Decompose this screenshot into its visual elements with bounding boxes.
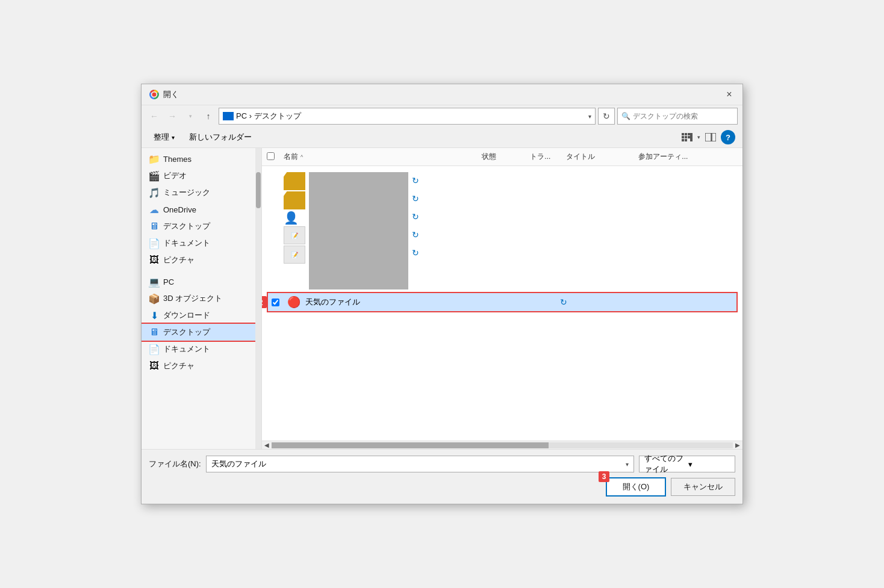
horizontal-scrollbar[interactable]: ◀ ▶ <box>262 441 742 449</box>
address-dropdown-arrow[interactable]: ▾ <box>588 113 591 120</box>
col-status-label: 状態 <box>482 152 496 161</box>
svg-rect-10 <box>690 133 693 141</box>
sidebar-item-pictures-top[interactable]: 🖼 ピクチャ <box>142 252 261 268</box>
help-button[interactable]: ? <box>721 130 735 144</box>
dropdown-button[interactable]: ▾ <box>182 108 198 124</box>
title-bar: 開く × <box>142 84 742 105</box>
svg-rect-6 <box>685 136 687 138</box>
address-bar[interactable]: PC › デスクトップ ▾ <box>219 108 596 125</box>
sidebar-item-pictures[interactable]: 🖼 ピクチャ <box>142 357 261 374</box>
sidebar-item-pictures-top-label: ピクチャ <box>163 255 195 265</box>
view-dropdown-arrow[interactable]: ▾ <box>697 134 700 140</box>
user-file-row: 👤 <box>284 211 305 225</box>
sidebar-item-video[interactable]: 🎬 ビデオ <box>142 167 261 184</box>
large-preview-thumbnail <box>309 172 408 289</box>
user-file-icon: 👤 <box>284 211 299 225</box>
file-checkbox-container[interactable] <box>268 299 282 306</box>
svg-rect-9 <box>685 139 687 141</box>
search-input[interactable] <box>633 112 733 120</box>
sync-icon-3[interactable]: ↻ <box>412 212 419 221</box>
address-breadcrumb: PC › デスクトップ <box>236 111 301 122</box>
col-title-header[interactable]: タイトル <box>564 149 636 164</box>
sidebar-item-music-label: ミュージック <box>163 187 210 198</box>
sync-icon-2[interactable]: ↻ <box>412 194 419 203</box>
sort-arrow: ^ <box>300 154 303 160</box>
video-icon: 🎬 <box>149 170 160 181</box>
sync-icon-4[interactable]: ↻ <box>412 230 419 240</box>
col-name-header[interactable]: 名前 ^ <box>281 149 479 164</box>
col-artist-label: 参加アーティ... <box>638 152 688 161</box>
new-folder-button[interactable]: 新しいフォルダー <box>184 130 257 144</box>
col-status-header[interactable]: 状態 <box>479 149 528 164</box>
sidebar-item-documents-top[interactable]: 📄 ドキュメント <box>142 235 261 252</box>
file-list: 👤 📝 📝 ↻ ↻ ↻ ↻ ↻ <box>262 166 742 441</box>
desktop-icon: 🖥 <box>149 327 160 338</box>
sidebar-item-download-label: ダウンロード <box>163 310 210 321</box>
sidebar-item-3d[interactable]: 📦 3D オブジェクト <box>142 290 261 307</box>
sidebar-item-desktop-top[interactable]: 🖥 デスクトップ <box>142 218 261 235</box>
sidebar-item-desktop-top-label: デスクトップ <box>163 221 210 232</box>
pc-icon: 💻 <box>149 276 160 287</box>
filename-input[interactable] <box>211 460 623 469</box>
scroll-left-arrow[interactable]: ◀ <box>263 442 270 448</box>
file-sync-icon: ↻ <box>560 297 567 307</box>
sidebar-item-desktop[interactable]: 🖥 デスクトップ 1 <box>142 324 261 341</box>
sidebar-item-onedrive[interactable]: ☁ OneDrive <box>142 201 261 218</box>
scroll-right-arrow[interactable]: ▶ <box>734 442 741 448</box>
sidebar-item-documents[interactable]: 📄 ドキュメント <box>142 341 261 357</box>
onedrive-icon: ☁ <box>149 204 160 215</box>
sidebar-item-pc-label: PC <box>163 277 174 286</box>
filename-input-container[interactable]: ▾ <box>206 456 634 472</box>
sidebar-item-onedrive-label: OneDrive <box>163 205 196 214</box>
svg-rect-3 <box>685 133 687 135</box>
sidebar-item-themes-label: Themes <box>163 155 191 164</box>
sync-icon-5[interactable]: ↻ <box>412 248 419 258</box>
pictures-icon: 🖼 <box>149 361 160 371</box>
selected-file-container: 2 🔴 天気のファイル ↻ <box>267 292 738 312</box>
badge-3: 3 <box>599 471 609 482</box>
file-icon: 🔴 <box>287 296 300 309</box>
sidebar-item-themes[interactable]: 📁 Themes <box>142 150 261 167</box>
sidebar-item-download[interactable]: ⬇ ダウンロード <box>142 307 261 324</box>
col-track-header[interactable]: トラ... <box>528 149 564 164</box>
svg-point-1 <box>152 93 157 97</box>
close-button[interactable]: × <box>721 88 738 101</box>
scroll-thumb[interactable] <box>272 442 549 448</box>
preview-pane-button[interactable] <box>703 129 718 145</box>
sidebar-item-documents-top-label: ドキュメント <box>163 238 210 249</box>
organize-button[interactable]: 整理 ▾ <box>149 130 179 144</box>
col-checkbox[interactable] <box>267 152 281 162</box>
action-bar: 整理 ▾ 新しいフォルダー ▾ <box>142 127 742 148</box>
forward-button[interactable]: → <box>164 108 180 124</box>
filetype-dropdown-arrow[interactable]: ▾ <box>688 460 730 469</box>
sidebar-item-video-label: ビデオ <box>163 170 187 181</box>
col-name-label: 名前 <box>284 152 298 162</box>
up-button[interactable]: ↑ <box>201 108 216 124</box>
main-content: 📁 Themes 🎬 ビデオ 🎵 ミュージック ☁ OneDrive 🖥 デスク <box>142 148 742 449</box>
sidebar-item-music[interactable]: 🎵 ミュージック <box>142 184 261 201</box>
folder-icon-1 <box>284 172 305 190</box>
sidebar-item-pc[interactable]: 💻 PC <box>142 273 261 290</box>
sync-icon-1[interactable]: ↻ <box>412 176 419 185</box>
filename-dropdown-arrow[interactable]: ▾ <box>626 461 629 468</box>
back-button[interactable]: ← <box>146 108 162 124</box>
sidebar-item-3d-label: 3D オブジェクト <box>163 293 222 304</box>
sidebar-scrollbar[interactable] <box>255 148 261 449</box>
sidebar-item-documents-label: ドキュメント <box>163 344 210 354</box>
svg-rect-11 <box>705 133 711 141</box>
selected-file-row[interactable]: 🔴 天気のファイル ↻ <box>267 292 738 312</box>
sidebar-scroll-thumb[interactable] <box>256 172 261 208</box>
documents-icon: 📄 <box>149 344 160 354</box>
cancel-button[interactable]: キャンセル <box>671 478 735 496</box>
open-button[interactable]: 開く(O) <box>606 477 666 497</box>
scroll-track[interactable] <box>272 442 733 448</box>
sync-icons: ↻ ↻ ↻ ↻ ↻ <box>412 172 419 258</box>
view-toggle-button[interactable] <box>679 129 695 145</box>
col-artist-header[interactable]: 参加アーティ... <box>636 149 738 164</box>
file-checkbox[interactable] <box>272 299 279 306</box>
select-all-checkbox[interactable] <box>267 152 275 160</box>
search-box[interactable]: 🔍 <box>617 108 738 125</box>
refresh-button[interactable]: ↻ <box>598 108 615 125</box>
chrome-icon <box>149 89 160 100</box>
filetype-select[interactable]: すべてのファイル ▾ <box>639 456 735 472</box>
